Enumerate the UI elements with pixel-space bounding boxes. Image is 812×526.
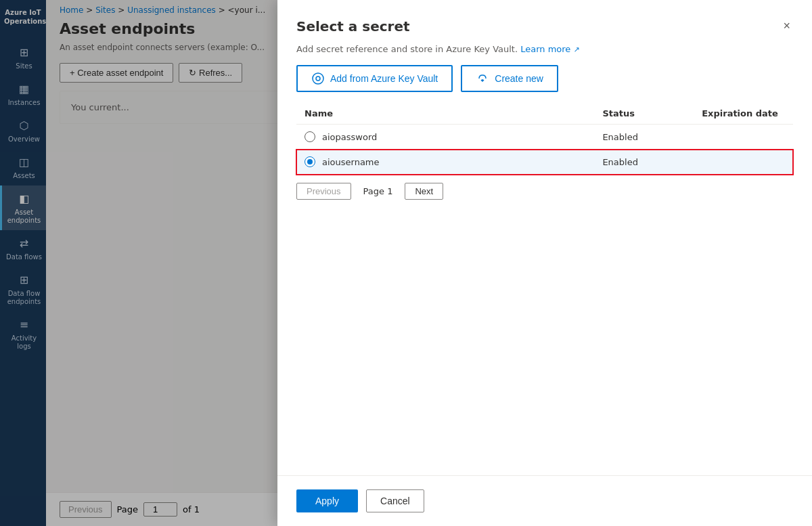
external-link-icon: ↗ bbox=[574, 45, 580, 54]
learn-more-link[interactable]: Learn more bbox=[520, 44, 570, 54]
dialog-actions: Add from Azure Key Vault Create new bbox=[277, 65, 812, 103]
table-row-selected[interactable]: aiousername Enabled bbox=[296, 150, 793, 175]
row1-expiry bbox=[694, 125, 793, 150]
dialog-header: Select a secret × bbox=[277, 0, 812, 44]
select-secret-dialog: Select a secret × Add secret reference a… bbox=[277, 0, 812, 526]
row1-radio[interactable] bbox=[304, 131, 315, 142]
add-from-vault-label: Add from Azure Key Vault bbox=[330, 73, 438, 84]
row1-name: aiopassword bbox=[322, 132, 377, 142]
secrets-table: Name Status Expiration date aiopassword bbox=[296, 103, 793, 175]
dialog-previous-button[interactable]: Previous bbox=[296, 183, 351, 200]
add-from-vault-button[interactable]: Add from Azure Key Vault bbox=[296, 65, 453, 92]
dialog-close-button[interactable]: × bbox=[780, 16, 793, 36]
apply-button[interactable]: Apply bbox=[296, 489, 358, 512]
dialog-footer: Apply Cancel bbox=[277, 475, 812, 526]
row1-name-cell[interactable]: aiopassword bbox=[296, 125, 594, 150]
dialog-title: Select a secret bbox=[296, 18, 410, 35]
row2-expiry bbox=[694, 150, 793, 175]
col-header-name: Name bbox=[296, 103, 594, 125]
row2-name: aiousername bbox=[322, 157, 380, 167]
create-new-icon bbox=[476, 72, 489, 85]
col-header-status: Status bbox=[594, 103, 694, 125]
dialog-page-label: Page 1 bbox=[355, 183, 401, 199]
cancel-button[interactable]: Cancel bbox=[366, 489, 424, 512]
create-new-button[interactable]: Create new bbox=[461, 65, 558, 92]
svg-point-0 bbox=[313, 73, 323, 84]
row2-status: Enabled bbox=[594, 150, 694, 175]
dialog-body: Name Status Expiration date aiopassword bbox=[277, 103, 812, 475]
dialog-pagination: Previous Page 1 Next bbox=[296, 183, 793, 205]
dialog-subtitle: Add secret reference and store in Azure … bbox=[277, 44, 812, 65]
row1-status: Enabled bbox=[594, 125, 694, 150]
vault-icon bbox=[311, 72, 325, 85]
svg-point-1 bbox=[316, 76, 320, 81]
dialog-overlay: Select a secret × Add secret reference a… bbox=[0, 0, 812, 526]
dialog-next-button[interactable]: Next bbox=[405, 183, 443, 200]
table-row[interactable]: aiopassword Enabled bbox=[296, 125, 793, 150]
row2-name-cell[interactable]: aiousername bbox=[296, 150, 594, 175]
row2-radio[interactable] bbox=[304, 156, 315, 167]
create-new-label: Create new bbox=[495, 73, 543, 84]
col-header-expiry: Expiration date bbox=[694, 103, 793, 125]
